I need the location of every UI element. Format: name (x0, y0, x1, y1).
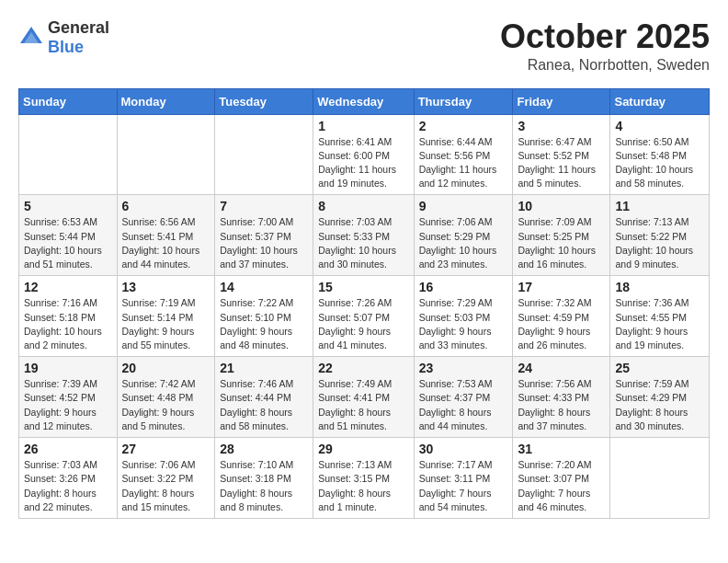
day-number: 25 (615, 361, 704, 375)
day-number: 28 (220, 442, 308, 456)
calendar-cell: 20Sunrise: 7:42 AM Sunset: 4:48 PM Dayli… (117, 357, 215, 438)
day-number: 14 (220, 280, 308, 294)
calendar-cell: 17Sunrise: 7:32 AM Sunset: 4:59 PM Dayli… (513, 276, 610, 357)
calendar-cell: 12Sunrise: 7:16 AM Sunset: 5:18 PM Dayli… (19, 276, 118, 357)
logo-icon (18, 25, 44, 51)
day-number: 30 (419, 442, 508, 456)
day-number: 10 (518, 199, 605, 213)
logo: General Blue (18, 18, 109, 57)
day-info: Sunrise: 7:10 AM Sunset: 3:18 PM Dayligh… (220, 458, 308, 514)
weekday-header-row: SundayMondayTuesdayWednesdayThursdayFrid… (19, 88, 710, 114)
day-number: 15 (318, 280, 408, 294)
day-number: 5 (24, 199, 112, 213)
day-number: 21 (220, 361, 308, 375)
calendar-cell: 5Sunrise: 6:53 AM Sunset: 5:44 PM Daylig… (19, 195, 118, 276)
calendar-cell: 28Sunrise: 7:10 AM Sunset: 3:18 PM Dayli… (215, 438, 313, 519)
day-info: Sunrise: 7:09 AM Sunset: 5:25 PM Dayligh… (518, 215, 605, 271)
calendar-table: SundayMondayTuesdayWednesdayThursdayFrid… (18, 88, 710, 519)
calendar-cell: 23Sunrise: 7:53 AM Sunset: 4:37 PM Dayli… (414, 357, 513, 438)
day-number: 4 (615, 119, 704, 133)
calendar-cell: 21Sunrise: 7:46 AM Sunset: 4:44 PM Dayli… (215, 357, 313, 438)
logo-blue-text: Blue (48, 38, 84, 56)
weekday-saturday: Saturday (610, 88, 710, 114)
day-info: Sunrise: 7:03 AM Sunset: 3:26 PM Dayligh… (24, 458, 112, 514)
day-info: Sunrise: 7:22 AM Sunset: 5:10 PM Dayligh… (220, 296, 308, 352)
day-number: 8 (318, 199, 408, 213)
weekday-tuesday: Tuesday (215, 88, 313, 114)
day-info: Sunrise: 6:53 AM Sunset: 5:44 PM Dayligh… (24, 215, 112, 271)
day-info: Sunrise: 7:06 AM Sunset: 5:29 PM Dayligh… (419, 215, 508, 271)
calendar-cell: 16Sunrise: 7:29 AM Sunset: 5:03 PM Dayli… (414, 276, 513, 357)
calendar-cell: 15Sunrise: 7:26 AM Sunset: 5:07 PM Dayli… (313, 276, 414, 357)
day-info: Sunrise: 7:32 AM Sunset: 4:59 PM Dayligh… (518, 296, 605, 352)
calendar-cell (215, 114, 313, 195)
calendar-cell: 9Sunrise: 7:06 AM Sunset: 5:29 PM Daylig… (414, 195, 513, 276)
day-info: Sunrise: 7:13 AM Sunset: 3:15 PM Dayligh… (318, 458, 408, 514)
day-number: 18 (615, 280, 704, 294)
week-row-2: 5Sunrise: 6:53 AM Sunset: 5:44 PM Daylig… (19, 195, 710, 276)
day-number: 11 (615, 199, 704, 213)
calendar-cell: 4Sunrise: 6:50 AM Sunset: 5:48 PM Daylig… (610, 114, 710, 195)
weekday-monday: Monday (117, 88, 215, 114)
week-row-5: 26Sunrise: 7:03 AM Sunset: 3:26 PM Dayli… (19, 438, 710, 519)
day-info: Sunrise: 7:06 AM Sunset: 3:22 PM Dayligh… (122, 458, 210, 514)
day-info: Sunrise: 7:20 AM Sunset: 3:07 PM Dayligh… (518, 458, 605, 514)
calendar-cell: 3Sunrise: 6:47 AM Sunset: 5:52 PM Daylig… (513, 114, 610, 195)
calendar-cell (610, 438, 710, 519)
calendar-cell: 14Sunrise: 7:22 AM Sunset: 5:10 PM Dayli… (215, 276, 313, 357)
calendar-cell: 27Sunrise: 7:06 AM Sunset: 3:22 PM Dayli… (117, 438, 215, 519)
day-number: 22 (318, 361, 408, 375)
day-number: 13 (122, 280, 210, 294)
calendar-cell: 29Sunrise: 7:13 AM Sunset: 3:15 PM Dayli… (313, 438, 414, 519)
title-block: October 2025 Ranea, Norrbotten, Sweden (500, 18, 710, 74)
day-number: 16 (419, 280, 508, 294)
week-row-1: 1Sunrise: 6:41 AM Sunset: 6:00 PM Daylig… (19, 114, 710, 195)
day-info: Sunrise: 7:03 AM Sunset: 5:33 PM Dayligh… (318, 215, 408, 271)
day-info: Sunrise: 6:50 AM Sunset: 5:48 PM Dayligh… (615, 135, 704, 191)
calendar-cell (19, 114, 118, 195)
day-info: Sunrise: 7:16 AM Sunset: 5:18 PM Dayligh… (24, 296, 112, 352)
calendar-cell: 30Sunrise: 7:17 AM Sunset: 3:11 PM Dayli… (414, 438, 513, 519)
weekday-wednesday: Wednesday (313, 88, 414, 114)
day-info: Sunrise: 7:59 AM Sunset: 4:29 PM Dayligh… (615, 377, 704, 433)
day-info: Sunrise: 7:26 AM Sunset: 5:07 PM Dayligh… (318, 296, 408, 352)
location-title: Ranea, Norrbotten, Sweden (500, 57, 710, 74)
calendar-cell: 25Sunrise: 7:59 AM Sunset: 4:29 PM Dayli… (610, 357, 710, 438)
calendar-cell: 8Sunrise: 7:03 AM Sunset: 5:33 PM Daylig… (313, 195, 414, 276)
day-number: 19 (24, 361, 112, 375)
day-info: Sunrise: 6:41 AM Sunset: 6:00 PM Dayligh… (318, 135, 408, 191)
calendar-cell: 6Sunrise: 6:56 AM Sunset: 5:41 PM Daylig… (117, 195, 215, 276)
day-info: Sunrise: 7:19 AM Sunset: 5:14 PM Dayligh… (122, 296, 210, 352)
calendar-cell: 13Sunrise: 7:19 AM Sunset: 5:14 PM Dayli… (117, 276, 215, 357)
day-number: 17 (518, 280, 605, 294)
weekday-friday: Friday (513, 88, 610, 114)
day-info: Sunrise: 7:53 AM Sunset: 4:37 PM Dayligh… (419, 377, 508, 433)
day-info: Sunrise: 6:47 AM Sunset: 5:52 PM Dayligh… (518, 135, 605, 191)
day-number: 24 (518, 361, 605, 375)
day-number: 26 (24, 442, 112, 456)
calendar-cell: 19Sunrise: 7:39 AM Sunset: 4:52 PM Dayli… (19, 357, 118, 438)
day-info: Sunrise: 7:56 AM Sunset: 4:33 PM Dayligh… (518, 377, 605, 433)
day-info: Sunrise: 6:44 AM Sunset: 5:56 PM Dayligh… (419, 135, 508, 191)
day-number: 20 (122, 361, 210, 375)
day-number: 7 (220, 199, 308, 213)
day-number: 3 (518, 119, 605, 133)
day-number: 9 (419, 199, 508, 213)
calendar-cell: 1Sunrise: 6:41 AM Sunset: 6:00 PM Daylig… (313, 114, 414, 195)
calendar-cell: 22Sunrise: 7:49 AM Sunset: 4:41 PM Dayli… (313, 357, 414, 438)
weekday-sunday: Sunday (19, 88, 118, 114)
calendar-cell: 10Sunrise: 7:09 AM Sunset: 5:25 PM Dayli… (513, 195, 610, 276)
day-info: Sunrise: 7:29 AM Sunset: 5:03 PM Dayligh… (419, 296, 508, 352)
calendar-cell: 7Sunrise: 7:00 AM Sunset: 5:37 PM Daylig… (215, 195, 313, 276)
calendar-cell: 26Sunrise: 7:03 AM Sunset: 3:26 PM Dayli… (19, 438, 118, 519)
day-number: 2 (419, 119, 508, 133)
day-info: Sunrise: 7:36 AM Sunset: 4:55 PM Dayligh… (615, 296, 704, 352)
day-info: Sunrise: 7:17 AM Sunset: 3:11 PM Dayligh… (419, 458, 508, 514)
calendar-cell: 24Sunrise: 7:56 AM Sunset: 4:33 PM Dayli… (513, 357, 610, 438)
calendar-cell: 2Sunrise: 6:44 AM Sunset: 5:56 PM Daylig… (414, 114, 513, 195)
logo-general-text: General (48, 18, 109, 37)
day-info: Sunrise: 7:49 AM Sunset: 4:41 PM Dayligh… (318, 377, 408, 433)
day-info: Sunrise: 7:46 AM Sunset: 4:44 PM Dayligh… (220, 377, 308, 433)
week-row-4: 19Sunrise: 7:39 AM Sunset: 4:52 PM Dayli… (19, 357, 710, 438)
day-number: 27 (122, 442, 210, 456)
